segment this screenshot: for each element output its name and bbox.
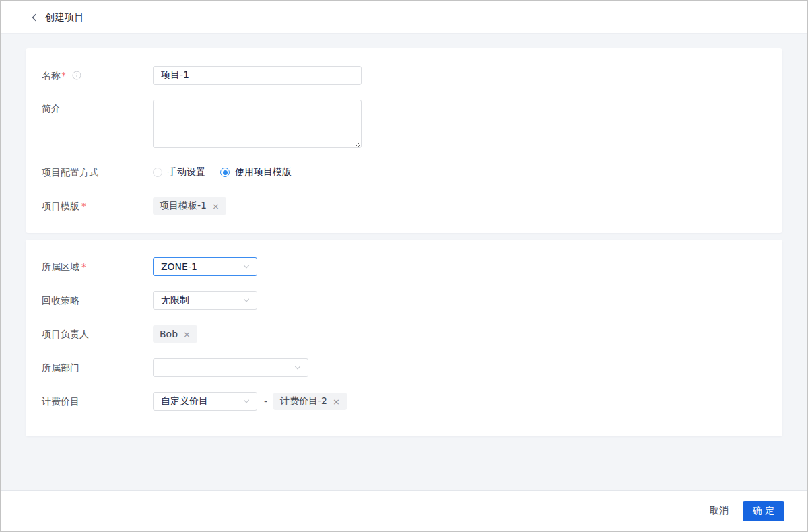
billing-select-value: 自定义价目 (161, 395, 208, 407)
radio-use-template[interactable]: 使用项目模版 (220, 166, 292, 178)
card-settings: 所属区域* ZONE-1 回收策略 无限制 (26, 240, 782, 436)
form-row-recycle-policy: 回收策略 无限制 (42, 291, 766, 310)
form-row-owner: 项目负责人 Bob × (42, 325, 766, 343)
zone-select-value: ZONE-1 (161, 261, 197, 272)
recycle-policy-select[interactable]: 无限制 (153, 291, 257, 310)
form-row-intro: 简介 (42, 100, 766, 148)
card-basic-info: 名称* 简介 项目配置方式 (26, 48, 782, 233)
radio-unchecked-icon (153, 168, 162, 177)
intro-label: 简介 (42, 100, 153, 148)
form-row-config-mode: 项目配置方式 手动设置 使用项目模版 (42, 163, 766, 182)
required-asterisk: * (81, 201, 86, 211)
chevron-down-icon (242, 397, 250, 405)
name-input[interactable] (153, 66, 362, 85)
template-tag-label: 项目模板-1 (160, 200, 207, 212)
template-tag: 项目模板-1 × (153, 197, 226, 215)
name-label: 名称* (42, 66, 153, 85)
form-content: 名称* 简介 项目配置方式 (1, 34, 807, 490)
intro-textarea[interactable] (153, 100, 362, 148)
form-row-name: 名称* (42, 66, 766, 85)
billing-select[interactable]: 自定义价目 (153, 392, 257, 411)
zone-select[interactable]: ZONE-1 (153, 257, 257, 276)
recycle-policy-label: 回收策略 (42, 291, 153, 310)
chevron-left-icon (30, 13, 39, 22)
form-row-department: 所属部门 (42, 358, 766, 377)
page-header: 创建项目 (1, 1, 807, 34)
chevron-down-icon (242, 263, 250, 271)
radio-manual-setup[interactable]: 手动设置 (153, 166, 205, 178)
form-row-template: 项目模版* 项目模板-1 × (42, 197, 766, 215)
page-title: 创建项目 (45, 11, 84, 24)
config-mode-label: 项目配置方式 (42, 163, 153, 182)
remove-tag-icon[interactable]: × (333, 397, 340, 406)
billing-label: 计费价目 (42, 392, 153, 411)
create-project-page: 创建项目 名称* 简介 (0, 0, 808, 532)
info-circle-icon[interactable] (72, 67, 81, 77)
chevron-down-icon (294, 364, 302, 372)
cancel-button[interactable]: 取消 (703, 501, 735, 521)
radio-checked-icon (220, 168, 230, 177)
billing-tag: 计费价目-2 × (273, 393, 347, 410)
department-select[interactable] (153, 358, 308, 377)
recycle-policy-select-value: 无限制 (161, 294, 189, 306)
page-footer: 取消 确 定 (1, 490, 807, 531)
remove-tag-icon[interactable]: × (212, 202, 220, 211)
owner-tag: Bob × (153, 325, 197, 343)
template-label: 项目模版* (42, 197, 153, 215)
required-asterisk: * (81, 261, 86, 272)
separator-dash: - (264, 396, 267, 407)
owner-tag-label: Bob (160, 329, 178, 339)
owner-label: 项目负责人 (42, 325, 153, 343)
back-button[interactable] (28, 11, 40, 24)
billing-tag-label: 计费价目-2 (280, 395, 327, 407)
confirm-button[interactable]: 确 定 (743, 501, 784, 521)
required-asterisk: * (61, 70, 66, 81)
chevron-down-icon (242, 296, 250, 304)
zone-label: 所属区域* (42, 257, 153, 276)
department-label: 所属部门 (42, 358, 153, 377)
form-row-billing: 计费价目 自定义价目 - 计费价目-2 × (42, 392, 766, 411)
remove-tag-icon[interactable]: × (183, 330, 191, 339)
form-row-zone: 所属区域* ZONE-1 (42, 257, 766, 276)
